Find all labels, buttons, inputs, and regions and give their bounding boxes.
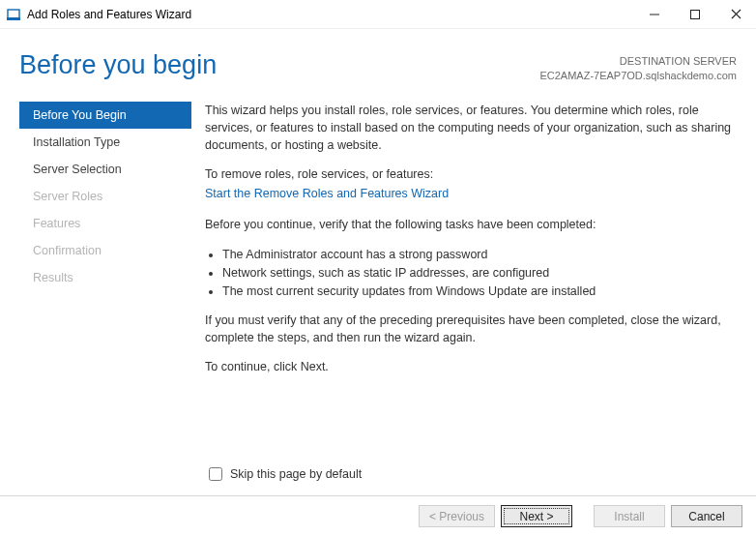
window-title: Add Roles and Features Wizard xyxy=(27,8,191,21)
skip-page-label: Skip this page by default xyxy=(230,467,362,481)
wizard-footer: < Previous Next > Install Cancel xyxy=(0,495,756,536)
verify-lead: Before you continue, verify that the fol… xyxy=(205,216,733,233)
svg-rect-3 xyxy=(691,10,700,18)
install-button: Install xyxy=(594,505,665,527)
nav-before-you-begin[interactable]: Before You Begin xyxy=(19,102,191,129)
prereq-item: The most current security updates from W… xyxy=(222,283,733,300)
continue-note: To continue, click Next. xyxy=(205,358,733,375)
page-title: Before you begin xyxy=(19,50,217,84)
nav-results: Results xyxy=(19,264,191,291)
skip-page-checkbox[interactable]: Skip this page by default xyxy=(205,464,362,484)
app-icon xyxy=(6,7,21,22)
destination-server: DESTINATION SERVER EC2AMAZ-7EAP7OD.sqlsh… xyxy=(539,50,737,84)
svg-rect-1 xyxy=(7,17,20,20)
intro-text: This wizard helps you install roles, rol… xyxy=(205,102,733,154)
nav-server-selection[interactable]: Server Selection xyxy=(19,156,191,183)
prereq-list: The Administrator account has a strong p… xyxy=(205,246,733,300)
cancel-button[interactable]: Cancel xyxy=(671,505,742,527)
close-button[interactable] xyxy=(715,0,756,29)
remove-wizard-link[interactable]: Start the Remove Roles and Features Wiza… xyxy=(205,185,733,202)
title-bar: Add Roles and Features Wizard xyxy=(0,0,756,29)
prereq-item: Network settings, such as static IP addr… xyxy=(222,264,733,282)
nav-server-roles: Server Roles xyxy=(19,183,191,210)
minimize-button[interactable] xyxy=(634,0,675,29)
remove-lead: To remove roles, role services, or featu… xyxy=(205,165,733,183)
previous-button: < Previous xyxy=(419,505,495,527)
svg-rect-0 xyxy=(8,10,19,18)
next-button[interactable]: Next > xyxy=(501,505,572,527)
wizard-body: This wizard helps you install roles, rol… xyxy=(191,92,737,388)
header: Before you begin DESTINATION SERVER EC2A… xyxy=(0,29,756,92)
nav-confirmation: Confirmation xyxy=(19,237,191,264)
destination-value: EC2AMAZ-7EAP7OD.sqlshackdemo.com xyxy=(539,69,737,83)
nav-features: Features xyxy=(19,210,191,237)
skip-page-input[interactable] xyxy=(209,467,222,481)
prereq-item: The Administrator account has a strong p… xyxy=(222,246,733,263)
nav-installation-type[interactable]: Installation Type xyxy=(19,129,191,156)
wizard-nav: Before You Begin Installation Type Serve… xyxy=(19,92,191,388)
destination-label: DESTINATION SERVER xyxy=(539,54,737,69)
maximize-button[interactable] xyxy=(675,0,715,29)
verify-note: If you must verify that any of the prece… xyxy=(205,312,733,346)
